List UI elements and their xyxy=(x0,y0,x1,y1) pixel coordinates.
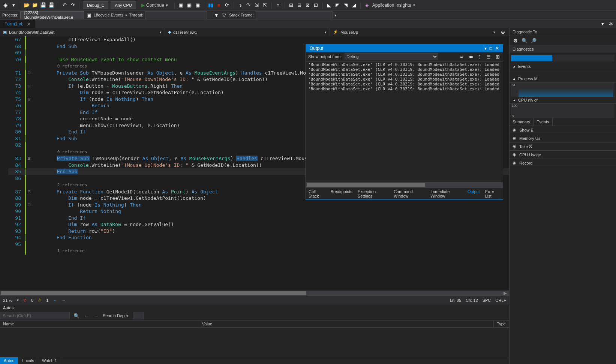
output-tab[interactable]: Exception Settings xyxy=(355,188,391,199)
code-line[interactable]: 89⊟ If (node Is Nothing) Then xyxy=(8,202,509,208)
o-t2-icon[interactable]: ≔ xyxy=(468,54,474,60)
tb-b-icon[interactable]: ▣ xyxy=(186,2,192,8)
save-icon[interactable]: 💾 xyxy=(40,2,46,8)
app-insights-label[interactable]: Application Insights xyxy=(372,3,411,8)
pin-icon[interactable]: ▾ xyxy=(483,46,488,51)
col-type[interactable]: Type xyxy=(494,321,509,327)
output-tab[interactable]: Command Window xyxy=(391,188,428,199)
step-over-icon[interactable]: ↷ xyxy=(246,2,252,8)
pause-icon[interactable]: ▮▮ xyxy=(208,2,214,8)
nav-prev-icon[interactable]: ← xyxy=(53,298,57,303)
diag-mem-row[interactable]: ▲ Process M xyxy=(510,75,616,82)
code-line[interactable]: 95 xyxy=(8,241,509,248)
bookmark4-icon[interactable]: ◢ xyxy=(351,2,357,8)
diag-item[interactable]: ◉Record xyxy=(510,159,616,167)
saveall-icon[interactable]: 💾 xyxy=(48,2,54,8)
code-line[interactable]: 93 Return row("ID") xyxy=(8,228,509,235)
output-tab[interactable]: Error List xyxy=(483,188,503,199)
output-tab[interactable]: Call Stack xyxy=(306,188,328,199)
step-out-icon[interactable]: ⇱ xyxy=(262,2,268,8)
diag-zoom-icon[interactable]: 🔍 xyxy=(522,37,528,43)
bookmark2-icon[interactable]: ◤ xyxy=(334,2,340,8)
code-line[interactable]: 67 c1TreeView1.ExpandAll() xyxy=(8,36,509,43)
lifecycle-label[interactable]: Lifecycle Events xyxy=(94,13,123,17)
o-t3-icon[interactable]: ⋮ xyxy=(477,54,483,60)
diag-item[interactable]: ◉Memory Us xyxy=(510,134,616,142)
error-icon[interactable]: ⊘ xyxy=(23,298,27,303)
diag-title[interactable]: Diagnostic To xyxy=(510,28,616,36)
tb-c-icon[interactable]: ▣ xyxy=(195,2,201,8)
bookmark3-icon[interactable]: ◥ xyxy=(343,2,349,8)
debug-toolbar[interactable]: Process: [22288] BoundModeWithDataSet.e … xyxy=(0,10,616,20)
tb-x3-icon[interactable]: ⊟ xyxy=(297,2,303,8)
continue-button[interactable]: ▶ Continue ▾ xyxy=(138,2,171,9)
code-line[interactable]: 90 Return Nothing xyxy=(8,208,509,215)
open-icon[interactable]: 📁 xyxy=(32,2,38,8)
warning-icon[interactable]: ⚠ xyxy=(38,298,42,303)
filter-icon[interactable]: ▼ xyxy=(213,12,219,18)
redo-icon[interactable]: ↷ xyxy=(70,2,76,8)
output-tab[interactable]: Breakpoints xyxy=(328,188,355,199)
autos-tab[interactable]: Autos xyxy=(0,357,18,364)
breakpoint-gutter[interactable] xyxy=(0,36,8,291)
code-line[interactable]: 94 End Function xyxy=(8,234,509,241)
autos-tab[interactable]: Locals xyxy=(18,357,38,364)
filter2-icon[interactable]: ▽ xyxy=(221,12,227,18)
searchdepth-input[interactable] xyxy=(133,312,144,319)
code-line[interactable]: 92 Dim row As DataRow = node.GetValue() xyxy=(8,221,509,228)
tab-close-icon[interactable]: ✕ xyxy=(27,21,31,27)
tb-x5-icon[interactable]: ⊡ xyxy=(313,2,319,8)
step-into-icon[interactable]: ⇲ xyxy=(254,2,260,8)
autos-search-input[interactable] xyxy=(0,312,70,319)
nav-project[interactable]: ▣ BoundModeWithDataSet ▾ xyxy=(0,28,165,36)
split-icon[interactable]: ⊕ xyxy=(500,29,506,35)
diag-item[interactable]: ◉Take S xyxy=(510,142,616,151)
col-value[interactable]: Value xyxy=(199,321,494,327)
zoom-label[interactable]: 21 % xyxy=(3,298,12,303)
diag-item[interactable]: ◉CPU Usage xyxy=(510,151,616,159)
diag-tab[interactable]: Summary xyxy=(510,118,534,126)
tab-opt-icon[interactable]: ✲ xyxy=(608,21,614,27)
o-t4-icon[interactable]: ☰ xyxy=(486,54,492,60)
bookmark-icon[interactable]: ◣ xyxy=(326,2,332,8)
undo-icon[interactable]: ↶ xyxy=(61,2,67,8)
nav-member[interactable]: ⚡ MouseUp ▾ ⊕ xyxy=(330,28,509,36)
output-titlebar[interactable]: Output ▾ □ ✕ xyxy=(306,45,503,52)
stop-icon[interactable]: ■ xyxy=(216,2,222,8)
tb-x2-icon[interactable]: ⊞ xyxy=(288,2,294,8)
o-t5-icon[interactable]: ⊞ xyxy=(495,54,501,60)
tb-a-icon[interactable]: ▣ xyxy=(178,2,184,8)
max-icon[interactable]: □ xyxy=(488,46,494,51)
output-hscroll[interactable] xyxy=(306,182,503,187)
code-line[interactable]: 1 reference xyxy=(8,247,509,255)
stackframe-input[interactable] xyxy=(256,11,333,19)
new-icon[interactable]: 📂 xyxy=(24,2,30,8)
tb-x1-icon[interactable]: ≡ xyxy=(275,2,281,8)
main-toolbar[interactable]: ◉ ▾ 📂 📁 💾 💾 ↶ ↷ Debug_C Any CPU ▶ Contin… xyxy=(0,0,616,10)
diag-item[interactable]: ◉Show E xyxy=(510,126,616,134)
diag-cpu-row[interactable]: ▲ CPU (% of xyxy=(510,97,616,104)
col-name[interactable]: Name xyxy=(0,321,199,327)
nav-next-icon[interactable]: → xyxy=(61,298,66,303)
close-icon[interactable]: ✕ xyxy=(494,46,501,51)
nav-class[interactable]: ◆ c1TreeView1 ▾ xyxy=(165,28,330,36)
autos-body[interactable] xyxy=(0,328,509,357)
process-dropdown[interactable]: [22288] BoundModeWithDataSet.e xyxy=(20,11,84,19)
diag-events-row[interactable]: ▲ Events xyxy=(510,63,616,70)
code-line[interactable]: 91 End If xyxy=(8,215,509,222)
output-tab[interactable]: Immediate Window xyxy=(428,188,465,199)
bulb-icon[interactable]: ◈ xyxy=(364,2,370,8)
config-dropdown[interactable]: Debug_C xyxy=(83,1,108,9)
doc-tab[interactable]: Form1.vb ✕ xyxy=(0,20,35,28)
platform-dropdown[interactable]: Any CPU xyxy=(111,1,136,9)
output-source-select[interactable]: Debug xyxy=(345,53,438,60)
thread-input[interactable] xyxy=(145,11,207,19)
output-body[interactable]: 'BoundModeWithDataSet.exe' (CLR v4.0.303… xyxy=(306,61,503,182)
step-icon[interactable]: ↴ xyxy=(237,2,243,8)
hscrollbar[interactable]: ▶ xyxy=(0,291,509,296)
diag-zoom2-icon[interactable]: 🔎 xyxy=(531,37,537,43)
o-t1-icon[interactable]: ≡ xyxy=(459,54,465,60)
diag-gear-icon[interactable]: ⚙ xyxy=(513,37,519,43)
output-tab[interactable]: Output xyxy=(465,188,483,199)
diag-tab[interactable]: Events xyxy=(534,118,553,126)
